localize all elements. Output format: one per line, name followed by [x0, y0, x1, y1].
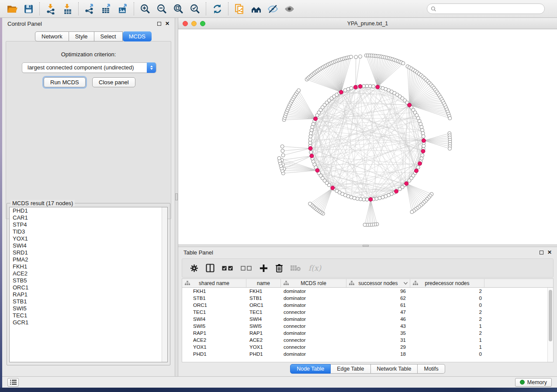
dominator-node [314, 117, 318, 121]
scrollbar-thumb[interactable] [549, 290, 552, 341]
table-row[interactable]: ACE2ACE2connector311 [182, 337, 553, 344]
criterion-value: largest connected component (undirected) [28, 64, 134, 71]
mcds-result-item[interactable]: YOX1 [10, 235, 167, 242]
table-row[interactable]: RAP1RAP1dominator352 [182, 330, 553, 337]
duplicate-network-icon[interactable] [231, 2, 248, 16]
optimization-criterion-select[interactable]: largest connected component (undirected) [22, 62, 156, 73]
select-all-checkboxes-icon[interactable] [222, 265, 233, 271]
column-layout-icon[interactable] [206, 264, 214, 272]
import-table-icon[interactable] [59, 2, 76, 16]
mcds-result-item[interactable]: STB1 [10, 298, 167, 305]
table-row[interactable]: STB1STB1dominator620 [182, 295, 553, 302]
open-file-icon[interactable] [3, 2, 20, 16]
table-cell: 29 [346, 344, 410, 351]
export-table-icon[interactable] [98, 2, 114, 16]
tab-network-table[interactable]: Network Table [371, 364, 418, 374]
network-canvas[interactable] [178, 29, 557, 244]
task-history-button[interactable] [7, 378, 19, 387]
table-row[interactable]: YOX1YOX1connector291 [182, 344, 553, 351]
table-scrollbar[interactable] [547, 288, 553, 362]
mcds-result-item[interactable]: TEC1 [10, 312, 167, 319]
table-cell: 2 [410, 330, 484, 337]
mcds-result-item[interactable]: PMA2 [10, 256, 167, 263]
dominator-node [310, 154, 314, 158]
search-input[interactable] [439, 6, 541, 12]
toolbar-separator [228, 2, 228, 15]
table-cell: dominator [281, 295, 346, 302]
zoom-in-icon[interactable] [137, 2, 153, 16]
column-header-shared-name[interactable]: shared name [182, 279, 246, 287]
mcds-result-item[interactable]: STP4 [10, 221, 167, 228]
dominator-node [308, 146, 312, 150]
save-session-icon[interactable] [20, 2, 37, 16]
tab-select[interactable]: Select [94, 31, 123, 41]
float-panel-icon[interactable] [540, 251, 543, 254]
table-cell: ACE2 [182, 337, 246, 344]
import-network-icon[interactable] [42, 2, 59, 16]
mcds-result-item[interactable]: ACE2 [10, 270, 167, 277]
run-mcds-button[interactable]: Run MCDS [44, 77, 86, 87]
table-cell: YOX1 [182, 344, 246, 351]
mcds-result-list[interactable]: PHD1CAR1STP4TID3YOX1SWI4SRD1PMA2FKH1ACE2… [9, 207, 168, 362]
add-column-icon[interactable] [259, 264, 268, 272]
table-row[interactable]: ORC1ORC1dominator610 [182, 302, 553, 309]
tab-mcds[interactable]: MCDS [123, 31, 152, 41]
table-cell: SWI4 [182, 316, 246, 323]
delete-column-icon[interactable] [275, 264, 283, 272]
zoom-out-icon[interactable] [153, 2, 170, 16]
memory-button[interactable]: Memory [515, 378, 552, 387]
zoom-fit-icon[interactable] [170, 2, 187, 16]
table-cell: 46 [346, 316, 410, 323]
mcds-result-item[interactable]: SWI5 [10, 305, 167, 312]
export-image-icon[interactable] [114, 2, 131, 16]
mcds-result-item[interactable]: ORC1 [10, 284, 167, 291]
table-row[interactable]: SWI4SWI4dominator462 [182, 316, 553, 323]
close-panel-icon[interactable]: ✕ [547, 250, 552, 254]
column-header-MCDS-role[interactable]: MCDS role [281, 279, 346, 287]
splitter-handle[interactable] [175, 193, 178, 200]
select-stepper-icon [147, 62, 156, 73]
mcds-result-item[interactable]: SWI4 [10, 242, 167, 249]
table-cell: dominator [281, 316, 346, 323]
close-panel-icon[interactable]: ✕ [165, 21, 170, 26]
column-header-name[interactable]: name [246, 279, 281, 287]
mcds-result-item[interactable]: SRD1 [10, 249, 167, 256]
table-row[interactable]: FKH1FKH1dominator962 [182, 288, 553, 295]
table-row[interactable]: PHD1PHD1dominator180 [182, 351, 553, 358]
mcds-list-scrollbar[interactable] [162, 207, 167, 362]
tab-node-table[interactable]: Node Table [290, 364, 331, 374]
tab-network[interactable]: Network [35, 31, 69, 41]
zoom-selected-icon[interactable] [187, 2, 203, 16]
mcds-result-item[interactable]: PHD1 [10, 207, 167, 214]
tab-edge-table[interactable]: Edge Table [331, 364, 370, 374]
table-header-row: shared namenameMCDS rolesuccessor nodesp… [182, 279, 553, 288]
float-panel-icon[interactable] [157, 22, 161, 26]
mcds-result-item[interactable]: RAP1 [10, 291, 167, 298]
deselect-all-checkboxes-icon[interactable] [241, 265, 252, 271]
network-graph[interactable] [178, 29, 557, 244]
refresh-layout-icon[interactable] [209, 2, 225, 16]
table-cell: 18 [346, 351, 410, 358]
mcds-result-item[interactable]: GCR1 [10, 319, 167, 326]
mcds-result-item[interactable]: STB5 [10, 277, 167, 284]
tab-motifs[interactable]: Motifs [418, 364, 445, 374]
export-network-icon[interactable] [81, 2, 98, 16]
table-row[interactable]: SWI5SWI5connector431 [182, 323, 553, 330]
column-header-predecessor-nodes[interactable]: predecessor nodes [410, 279, 484, 287]
vertical-splitter[interactable] [175, 18, 178, 376]
table-settings-icon[interactable] [190, 264, 198, 272]
table-cell: ORC1 [182, 302, 246, 309]
close-panel-button[interactable]: Close panel [92, 77, 135, 87]
table-row[interactable]: TEC1TEC1connector472 [182, 309, 553, 316]
mcds-result-item[interactable]: TID3 [10, 228, 167, 235]
first-neighbors-icon[interactable] [248, 2, 264, 16]
mcds-result-item[interactable]: FKH1 [10, 263, 167, 270]
tab-style[interactable]: Style [69, 31, 94, 41]
table-cell: STB1 [182, 295, 246, 302]
show-all-icon[interactable] [281, 2, 298, 16]
column-header-successor-nodes[interactable]: successor nodes [346, 279, 410, 287]
hide-selected-icon[interactable] [264, 2, 281, 16]
splitter-handle[interactable] [363, 245, 369, 247]
mcds-result-item[interactable]: CAR1 [10, 214, 167, 221]
table-cell: 2 [410, 316, 484, 323]
